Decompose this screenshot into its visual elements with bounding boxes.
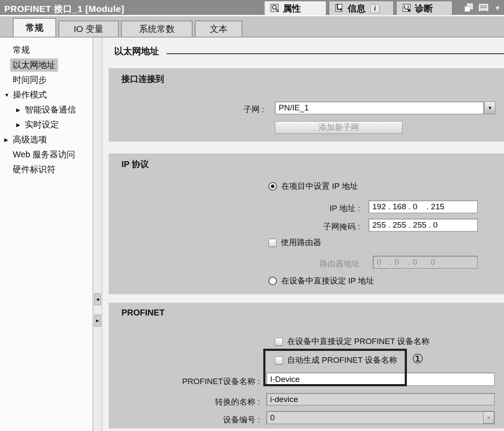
radio-set-ip-at-device[interactable]: 在设备中直接设定 IP 地址 [268, 275, 374, 286]
subnet-dropdown-arrow-icon[interactable]: ▼ [484, 101, 495, 114]
panel-ip-protocol: IP 协议 在项目中设置 IP 地址 IP 地址 : 192 . 168 . 0… [109, 153, 504, 294]
panel-profinet: PROFINET 在设备中直接设定 PROFINET 设备名称 ① 自动生成 P… [109, 303, 504, 428]
ip-address-label: IP 地址 : [109, 203, 360, 214]
device-number-label: 设备编号 : [109, 414, 260, 425]
expand-arrow-icon: ▶ [0, 137, 10, 143]
add-subnet-button[interactable]: 添加新子网 [275, 121, 403, 134]
nav-realtime-settings[interactable]: ▶ 实时设定 [0, 117, 92, 132]
device-number-select[interactable]: 0 [266, 411, 495, 424]
subnet-mask-field[interactable]: 255 . 255 . 255 . 0 [369, 219, 478, 231]
converted-name-field: i-device [266, 393, 495, 405]
checkbox-unchecked-icon [275, 356, 283, 364]
pane-splitter[interactable]: ◀ ▶ [93, 38, 102, 431]
settings-nav-tree: 常规 以太网地址 时间同步 ▼ 操作模式 ▶ 智能设备通信 ▶ 实时设定 ▶ 高… [0, 38, 93, 431]
collapse-pane-icon[interactable]: ▼ [494, 5, 501, 11]
section-heading-ethernet: 以太网地址 [114, 45, 504, 57]
checkbox-unchecked-icon [275, 338, 283, 346]
device-number-dropdown-arrow-icon[interactable]: ▼ [483, 411, 494, 424]
radio-unselected-icon [268, 277, 277, 285]
router-address-field: 0 . 0 . 0 . 0 [373, 256, 478, 269]
diagnostics-stethoscope-icon [403, 4, 412, 13]
checkbox-use-router[interactable]: 使用路由器 [268, 237, 321, 248]
inspector-titlebar: PROFINET 接口_1 [Module] 属性 信息 i 诊断 ▼ [0, 0, 504, 16]
tab-properties-label: 属性 [283, 3, 301, 14]
router-address-label: 路由器地址 : [109, 258, 364, 269]
heading-rule [167, 53, 504, 54]
float-window-icon[interactable] [464, 3, 473, 12]
splitter-collapse-right-icon[interactable]: ▶ [94, 315, 101, 327]
properties-magnifier-icon [271, 4, 280, 13]
window-title: PROFINET 接口_1 [Module] [4, 3, 124, 15]
nav-web-server-access[interactable]: Web 服务器访问 [0, 147, 92, 162]
checkbox-set-name-at-device[interactable]: 在设备中直接设定 PROFINET 设备名称 [275, 336, 429, 347]
tab-info-label: 信息 [348, 3, 366, 14]
tab-diagnostics[interactable]: 诊断 [396, 1, 452, 15]
nav-advanced-options[interactable]: ▶ 高级选项 [0, 132, 92, 147]
settings-content: 以太网地址 接口连接到 子网 : PN/IE_1 ▼ 添加新子网 IP 协议 在… [102, 38, 504, 431]
panel-profinet-title: PROFINET [121, 308, 164, 318]
converted-name-label: 转换的名称 : [109, 396, 260, 408]
tab-texts[interactable]: 文本 [195, 20, 242, 37]
nav-hardware-identifier[interactable]: 硬件标识符 [0, 162, 92, 177]
nav-ethernet-addresses[interactable]: 以太网地址 [0, 58, 92, 72]
checkbox-unchecked-icon [268, 239, 276, 247]
property-page-tabs: 常规 IO 变量 系统常数 文本 [0, 16, 504, 38]
checkbox-auto-generate-name[interactable]: 自动生成 PROFINET 设备名称 [275, 355, 397, 366]
tab-properties[interactable]: 属性 [264, 1, 326, 15]
nav-idevice-communication[interactable]: ▶ 智能设备通信 [0, 102, 92, 117]
radio-selected-icon [268, 182, 277, 191]
profinet-device-name-field[interactable]: I-Device [266, 373, 495, 386]
radio-set-ip-in-project[interactable]: 在项目中设置 IP 地址 [268, 181, 358, 192]
window-layout-icon[interactable] [479, 4, 488, 12]
splitter-collapse-left-icon[interactable]: ◀ [94, 293, 101, 305]
profinet-device-name-label: PROFINET设备名称 : [109, 376, 260, 387]
tab-info[interactable]: 信息 i [329, 1, 394, 15]
panel-interface-title: 接口连接到 [121, 73, 164, 85]
subnet-label: 子网 : [109, 104, 264, 115]
panel-ip-title: IP 协议 [121, 159, 149, 170]
expand-arrow-icon: ▶ [0, 122, 22, 128]
subnet-mask-label: 子网掩码 : [109, 221, 360, 232]
ip-address-field[interactable]: 192 . 168 . 0 . 215 [369, 200, 478, 213]
tab-general[interactable]: 常规 [13, 18, 56, 37]
info-i-icon: i [370, 4, 380, 13]
subnet-select[interactable]: PN/IE_1 [275, 101, 484, 114]
expand-arrow-icon: ▶ [0, 107, 22, 113]
nav-operating-mode[interactable]: ▼ 操作模式 [0, 87, 92, 102]
tab-io-tags[interactable]: IO 变量 [58, 20, 119, 37]
callout-number-1: ① [412, 351, 423, 366]
page-title: 以太网地址 [114, 45, 159, 57]
info-crossref-icon [335, 4, 345, 13]
collapse-arrow-icon: ▼ [0, 92, 10, 98]
nav-general[interactable]: 常规 [0, 43, 92, 58]
panel-interface-connection: 接口连接到 子网 : PN/IE_1 ▼ 添加新子网 [109, 68, 504, 142]
tab-system-constants[interactable]: 系统常数 [121, 20, 193, 37]
nav-time-sync[interactable]: 时间同步 [0, 72, 92, 87]
tab-diagnostics-label: 诊断 [415, 3, 433, 14]
